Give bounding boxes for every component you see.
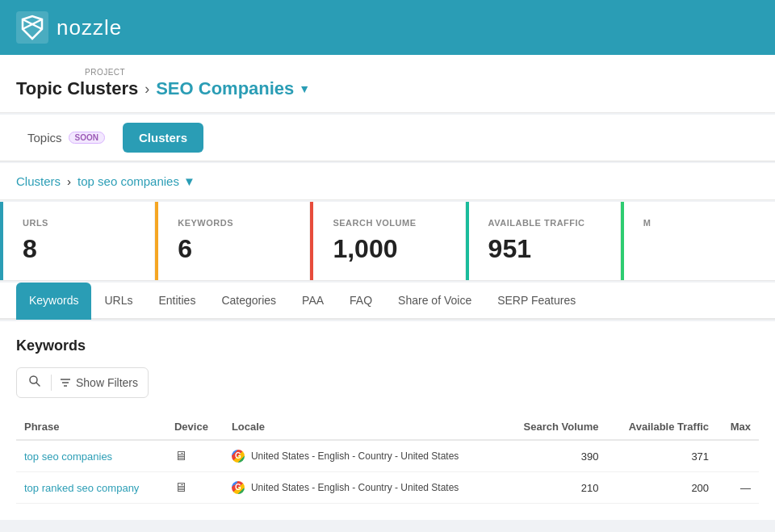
stat-value-search-volume: 1,000 bbox=[333, 234, 448, 264]
stat-card-available-traffic: AVAILABLE TRAFFIC 951 bbox=[466, 202, 621, 280]
available-traffic-cell: 371 bbox=[607, 440, 718, 472]
main-tabs: Topics SOON Clusters bbox=[0, 115, 775, 161]
filter-bar: Show Filters bbox=[16, 367, 149, 398]
soon-badge: SOON bbox=[69, 132, 105, 144]
tab-keywords[interactable]: Keywords bbox=[16, 283, 91, 320]
tab-serp-features[interactable]: SERP Features bbox=[484, 283, 589, 320]
desktop-icon: 🖥 bbox=[174, 449, 187, 463]
stat-card-keywords: KEYWORDS 6 bbox=[155, 202, 310, 280]
stat-card-m: M bbox=[621, 202, 775, 280]
stat-label-keywords: KEYWORDS bbox=[178, 218, 293, 228]
tab-entities[interactable]: Entities bbox=[145, 283, 208, 320]
keyword-link[interactable]: top seo companies bbox=[24, 450, 112, 463]
project-dropdown-icon: ▼ bbox=[299, 82, 310, 95]
tab-share-of-voice[interactable]: Share of Voice bbox=[385, 283, 484, 320]
search-volume-cell: 390 bbox=[502, 440, 606, 472]
stat-value-urls: 8 bbox=[23, 234, 138, 264]
search-icon bbox=[28, 375, 41, 387]
page-title: Topic Clusters bbox=[16, 78, 138, 99]
inner-tabs: Keywords URLs Entities Categories PAA FA… bbox=[0, 283, 775, 320]
phrase-cell: top ranked seo company bbox=[16, 472, 166, 504]
stat-card-search-volume: SEARCH VOLUME 1,000 bbox=[310, 202, 465, 280]
project-label: PROJECT bbox=[85, 68, 759, 77]
table-row: top seo companies 🖥 G United States - En… bbox=[16, 440, 759, 472]
stat-label-available-traffic: AVAILABLE TRAFFIC bbox=[488, 218, 604, 228]
header: nozzle bbox=[0, 0, 775, 55]
logo-text: nozzle bbox=[57, 15, 122, 40]
stats-section: URLS 8 KEYWORDS 6 SEARCH VOLUME 1,000 AV… bbox=[0, 202, 775, 281]
desktop-icon: 🖥 bbox=[174, 480, 187, 494]
device-cell: 🖥 bbox=[166, 472, 224, 504]
max-cell: — bbox=[717, 472, 759, 504]
col-header-max: Max bbox=[717, 414, 759, 440]
col-header-available-traffic: Available Traffic bbox=[607, 414, 718, 440]
breadcrumb-arrow: › bbox=[145, 81, 149, 98]
search-volume-cell: 210 bbox=[502, 472, 606, 504]
col-header-search-volume: Search Volume bbox=[502, 414, 606, 440]
tab-paa[interactable]: PAA bbox=[289, 283, 337, 320]
keywords-title: Keywords bbox=[16, 337, 759, 354]
keywords-table: Phrase Device Locale Search Volume Avail… bbox=[16, 414, 759, 504]
clusters-nav-link[interactable]: Clusters bbox=[16, 174, 61, 188]
tab-clusters[interactable]: Clusters bbox=[123, 123, 203, 153]
tab-topics[interactable]: Topics SOON bbox=[16, 124, 116, 151]
google-icon: G bbox=[232, 481, 245, 494]
cluster-dropdown-icon: ▼ bbox=[183, 174, 195, 188]
logo-icon bbox=[16, 11, 48, 44]
clusters-breadcrumb: Clusters › top seo companies ▼ bbox=[0, 163, 775, 200]
filter-divider bbox=[51, 375, 52, 391]
svg-line-5 bbox=[36, 383, 40, 386]
show-filters-button[interactable]: Show Filters bbox=[60, 376, 138, 389]
keywords-section: Keywords Show Filters bbox=[0, 321, 775, 520]
stat-label-m: M bbox=[643, 218, 759, 228]
title-section: PROJECT Topic Clusters › SEO Companies ▼ bbox=[0, 55, 775, 113]
stat-value-available-traffic: 951 bbox=[488, 234, 604, 264]
search-button[interactable] bbox=[27, 373, 43, 392]
keyword-link[interactable]: top ranked seo company bbox=[24, 482, 139, 494]
stat-value-keywords: 6 bbox=[178, 234, 293, 264]
clusters-nav-arrow: › bbox=[67, 174, 71, 188]
tab-urls[interactable]: URLs bbox=[91, 283, 145, 320]
project-name[interactable]: SEO Companies ▼ bbox=[156, 78, 310, 99]
logo: nozzle bbox=[16, 11, 122, 44]
stat-label-urls: URLS bbox=[23, 218, 138, 228]
cluster-current[interactable]: top seo companies ▼ bbox=[78, 174, 195, 188]
google-icon: G bbox=[232, 450, 245, 463]
filter-icon bbox=[60, 377, 71, 388]
device-cell: 🖥 bbox=[166, 440, 224, 472]
table-header-row: Phrase Device Locale Search Volume Avail… bbox=[16, 414, 759, 440]
table-row: top ranked seo company 🖥 G United States… bbox=[16, 472, 759, 504]
locale-cell: G United States - English - Country - Un… bbox=[224, 472, 502, 504]
col-header-phrase: Phrase bbox=[16, 414, 166, 440]
tab-faq[interactable]: FAQ bbox=[337, 283, 385, 320]
phrase-cell: top seo companies bbox=[16, 440, 166, 472]
col-header-device: Device bbox=[166, 414, 224, 440]
stat-label-search-volume: SEARCH VOLUME bbox=[333, 218, 448, 228]
stat-card-urls: URLS 8 bbox=[0, 202, 155, 280]
col-header-locale: Locale bbox=[224, 414, 502, 440]
locale-cell: G United States - English - Country - Un… bbox=[224, 440, 502, 472]
available-traffic-cell: 200 bbox=[607, 472, 718, 504]
max-cell bbox=[717, 440, 759, 472]
breadcrumb: Topic Clusters › SEO Companies ▼ bbox=[16, 78, 759, 99]
clusters-nav: Clusters › top seo companies ▼ bbox=[16, 174, 759, 188]
tab-categories[interactable]: Categories bbox=[208, 283, 289, 320]
